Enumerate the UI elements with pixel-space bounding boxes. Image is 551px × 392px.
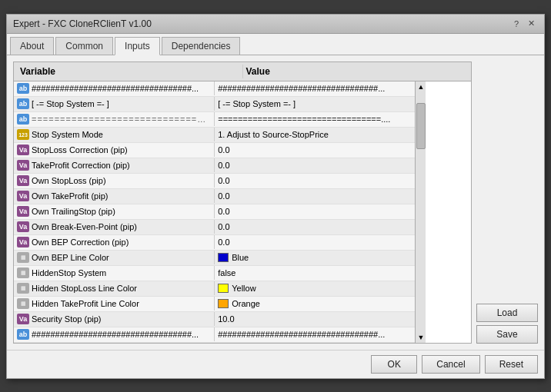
value-cell: 1. Adjust to Source-StopPrice	[215, 128, 415, 141]
variable-cell: ab [ -= Stop System =- ]	[14, 97, 215, 111]
tab-dependencies[interactable]: Dependencies	[162, 37, 241, 55]
variable-text: Stop System Mode	[32, 130, 103, 139]
variable-cell: Va TakeProfit Correction (pip)	[14, 158, 215, 172]
value-cell: 0.0	[215, 205, 415, 218]
value-text: 0.0	[218, 191, 229, 201]
value-text: 0.0	[218, 161, 229, 170]
va-icon: Va	[17, 145, 29, 155]
value-text: 0.0	[218, 145, 229, 154]
cancel-button[interactable]: Cancel	[422, 355, 479, 374]
variable-table: Variable Value ab ######################…	[13, 61, 472, 344]
load-button[interactable]: Load	[476, 304, 538, 322]
value-cell: 0.0	[215, 221, 415, 233]
variable-text: Own TrailingStop (pip)	[32, 207, 115, 216]
ab-icon: ab	[17, 114, 29, 125]
table-header: Variable Value	[14, 62, 471, 81]
variable-cell: Va Own Break-Even-Point (pip)	[14, 220, 215, 234]
table-row[interactable]: ab [ -= Stop System =- ] [ -= Stop Syste…	[14, 97, 415, 112]
table-row[interactable]: Va Own TakeProfit (pip) 0.0	[14, 189, 415, 204]
table-row[interactable]: Va Own TrailingStop (pip) 0.0	[14, 204, 415, 220]
scroll-down-btn[interactable]: ▼	[416, 332, 426, 343]
variable-cell: ▦ Hidden StopLoss Line Color	[14, 281, 215, 295]
table-row[interactable]: 123 Stop System Mode 1. Adjust to Source…	[14, 128, 415, 143]
value-cell: 0.0	[215, 159, 415, 171]
table-row[interactable]: Va Security Stop (pip) 10.0	[14, 312, 415, 327]
variable-text: Own BEP Line Color	[32, 253, 109, 262]
header-variable: Variable	[17, 65, 243, 78]
variable-cell: ab ##################################...	[14, 327, 215, 341]
table-row[interactable]: ab ##################################...…	[14, 327, 415, 343]
scrollbar-thumb[interactable]	[416, 103, 426, 149]
variable-text: Own BEP Correction (pip)	[32, 238, 129, 247]
tab-common[interactable]: Common	[55, 37, 113, 55]
variable-cell: ab ##################################...	[14, 81, 215, 95]
va-icon: Va	[17, 160, 29, 171]
variable-text: Security Stop (pip)	[32, 314, 101, 324]
variable-text: Own TakeProfit (pip)	[32, 191, 108, 201]
table-row[interactable]: Va TakeProfit Correction (pip) 0.0	[14, 158, 415, 174]
color-swatch	[218, 299, 229, 308]
table-row[interactable]: ab ##################################...…	[14, 81, 415, 97]
value-cell: false	[215, 267, 415, 279]
table-row[interactable]: ▦ Own BEP Line Color Blue	[14, 251, 415, 266]
bottom-bar: OK Cancel Reset	[7, 350, 544, 378]
img-icon: ▦	[17, 283, 29, 294]
color-swatch	[218, 284, 229, 293]
value-text: Orange	[232, 299, 260, 308]
table-row[interactable]: Va Own StopLoss (pip) 0.0	[14, 174, 415, 189]
value-text: 10.0	[218, 314, 234, 324]
va-icon: Va	[17, 206, 29, 217]
scroll-up-btn[interactable]: ▲	[416, 81, 426, 92]
variable-text: ##################################...	[32, 84, 199, 93]
va-icon: Va	[17, 175, 29, 186]
table-row[interactable]: ab =================================....…	[14, 112, 415, 128]
ab-icon: ab	[17, 83, 29, 94]
value-cell: Yellow	[215, 282, 415, 294]
window-title: Expert - FXC CloneRClienT v1.00	[13, 18, 152, 29]
va-icon: Va	[17, 237, 29, 247]
reset-button[interactable]: Reset	[485, 355, 538, 374]
value-cell: ##################################...	[215, 82, 415, 95]
variable-text: HiddenStop System	[32, 268, 106, 277]
variable-text: TakeProfit Correction (pip)	[32, 161, 130, 170]
value-text: =================================....	[218, 115, 390, 124]
value-text: 0.0	[218, 238, 229, 247]
value-text: 1. Adjust to Source-StopPrice	[218, 130, 329, 139]
table-row[interactable]: Va Own BEP Correction (pip) 0.0	[14, 235, 415, 251]
save-button[interactable]: Save	[476, 325, 538, 344]
value-cell: 10.0	[215, 313, 415, 325]
tab-inputs[interactable]: Inputs	[115, 37, 160, 55]
close-button[interactable]: ✕	[525, 18, 538, 28]
scrollbar[interactable]: ▲ ▼	[415, 81, 426, 343]
table-body[interactable]: ab ##################################...…	[14, 81, 415, 343]
table-row[interactable]: ▦ Hidden TakeProfit Line Color Orange	[14, 297, 415, 312]
variable-cell: ab =================================....	[14, 112, 215, 126]
variable-cell: Va Own TakeProfit (pip)	[14, 189, 215, 203]
value-cell: [ -= Stop System =- ]	[215, 98, 415, 110]
va-icon: Va	[17, 221, 29, 232]
img-icon: ▦	[17, 298, 29, 309]
main-window: Expert - FXC CloneRClienT v1.00 ? ✕ Abou…	[6, 14, 545, 379]
value-text: 0.0	[218, 222, 229, 231]
table-row[interactable]: Va StopLoss Correction (pip) 0.0	[14, 143, 415, 158]
value-cell: Orange	[215, 297, 415, 310]
value-text: 0.0	[218, 176, 229, 185]
img-icon: ▦	[17, 252, 29, 263]
value-text: Yellow	[232, 284, 255, 293]
variable-text: Hidden TakeProfit Line Color	[32, 299, 139, 308]
color-swatch	[218, 253, 229, 262]
value-cell: =================================....	[215, 113, 415, 125]
table-row[interactable]: Va Own Break-Even-Point (pip) 0.0	[14, 220, 415, 235]
ok-button[interactable]: OK	[371, 355, 417, 374]
value-text: Blue	[232, 253, 249, 262]
va-icon: Va	[17, 314, 29, 324]
value-cell: 0.0	[215, 236, 415, 248]
variable-cell: Va StopLoss Correction (pip)	[14, 143, 215, 157]
table-row[interactable]: ▦ HiddenStop System false	[14, 266, 415, 281]
variable-cell: Va Own BEP Correction (pip)	[14, 235, 215, 249]
table-row[interactable]: ▦ Hidden StopLoss Line Color Yellow	[14, 281, 415, 297]
variable-cell: ▦ Own BEP Line Color	[14, 251, 215, 264]
tab-about[interactable]: About	[10, 37, 54, 55]
img-icon: ▦	[17, 267, 29, 278]
help-button[interactable]: ?	[511, 19, 522, 28]
